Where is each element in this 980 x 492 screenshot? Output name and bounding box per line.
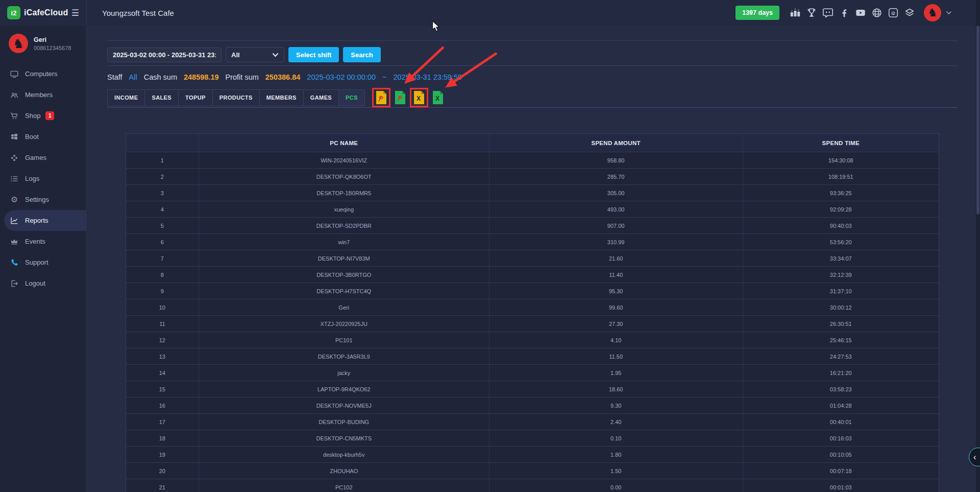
export-pdf-yellow-button[interactable]: [375, 90, 387, 105]
tab-pcs[interactable]: PCS: [338, 89, 365, 106]
pc-name-cell: DESKTOP-H7STC4Q: [199, 283, 489, 299]
sidebar-item-label: Settings: [25, 196, 49, 203]
report-tabs: INCOME SALES TOPUP PRODUCTS MEMBERS GAME…: [107, 88, 958, 107]
cart-icon: [10, 111, 19, 121]
sidebar-item-events[interactable]: Events: [0, 231, 86, 252]
spend-time-cell: 16:21:20: [743, 365, 939, 381]
divider: [107, 65, 958, 66]
spend-amount-cell: 1.80: [489, 447, 743, 462]
sidebar-item-label: Logs: [25, 175, 39, 182]
user-phone: 008612345678: [34, 45, 71, 51]
row-index-cell: 8: [126, 267, 199, 283]
profile-avatar[interactable]: ♞: [924, 4, 941, 21]
sidebar-item-support[interactable]: Support: [0, 252, 86, 273]
select-shift-button[interactable]: Select shift: [288, 47, 339, 62]
chevron-down-icon[interactable]: [946, 11, 952, 15]
user-block[interactable]: ♞ Geri 008612345678: [0, 34, 86, 60]
sidebar-item-shop[interactable]: Shop 1: [0, 105, 86, 126]
table-row: 9 DESKTOP-H7STC4Q 95.30 31:37:10: [126, 283, 939, 299]
table-row: 5 DESKTOP-SD2PDBR 907.00 90:40:03: [126, 217, 939, 233]
pc-name-cell: desktop-kburh5v: [199, 447, 489, 462]
row-index-cell: 16: [126, 397, 199, 413]
sidebar-item-logout[interactable]: Logout: [0, 273, 86, 294]
topbar-right: 1397 days i2 ♞: [736, 4, 952, 21]
export-excel-green-button[interactable]: X: [432, 90, 444, 105]
discord-icon[interactable]: [822, 7, 834, 19]
spend-amount-cell: 305.00: [489, 185, 743, 201]
spend-amount-cell: 21.60: [489, 250, 743, 266]
main-content: All Select shift Search Staff All Cash s…: [87, 26, 980, 492]
sidebar-item-games[interactable]: Games: [0, 147, 86, 168]
tab-topup[interactable]: TOPUP: [178, 89, 213, 106]
table-row: 10 Geri 99.60 30:00:12: [126, 299, 939, 315]
table-row: 14 jacky 1.95 16:21:20: [126, 364, 939, 381]
row-index-cell: 19: [126, 447, 199, 462]
spend-amount-cell: 1.50: [489, 463, 743, 479]
license-days-badge[interactable]: 1397 days: [736, 6, 779, 20]
spend-time-cell: 03:58:23: [743, 381, 939, 397]
sidebar-item-label: Logout: [25, 279, 45, 287]
users-icon: [10, 90, 19, 100]
ranking-icon[interactable]: [789, 7, 801, 19]
facebook-icon[interactable]: [838, 7, 850, 19]
table-row: 4 xueqing 493.00 92:09:28: [126, 201, 939, 217]
filter-bar: All Select shift Search: [107, 47, 958, 62]
globe-icon[interactable]: [871, 7, 883, 19]
tab-sales[interactable]: SALES: [144, 89, 179, 106]
table-row: 11 XTZJ-20220925JU 27.30 26:30:51: [126, 315, 939, 332]
tab-games[interactable]: GAMES: [303, 89, 339, 106]
youtube-icon[interactable]: [854, 7, 866, 19]
spend-amount-cell: 4.10: [489, 332, 743, 348]
sidebar-body: ♞ Geri 008612345678 Computers Members: [0, 26, 86, 492]
header-pc-name: PC NAME: [199, 134, 489, 152]
sidebar-item-boot[interactable]: Boot: [0, 126, 86, 147]
staff-select[interactable]: All: [226, 47, 284, 62]
pc-name-cell: LAPTOP-9R4QKO62: [199, 381, 489, 397]
period-start: 2025-03-02 00:00:00: [307, 73, 376, 81]
spend-amount-cell: 11.40: [489, 267, 743, 283]
period-separator: ~: [382, 73, 386, 81]
tab-income[interactable]: INCOME: [107, 89, 145, 106]
sidebar-item-label: Members: [25, 91, 53, 99]
scrollbar-track[interactable]: [976, 0, 980, 492]
hamburger-menu-icon[interactable]: ☰: [71, 8, 79, 18]
row-index-cell: 13: [126, 348, 199, 364]
sidebar-item-reports[interactable]: Reports: [4, 210, 86, 231]
staff-select-value: All: [231, 51, 240, 59]
sidebar-item-label: Computers: [25, 70, 58, 78]
sidebar-item-computers[interactable]: Computers: [0, 63, 86, 84]
report-panel: PC NAME SPEND AMOUNT SPEND TIME 1 WIN-20…: [107, 107, 958, 492]
shop-count-badge: 1: [45, 111, 54, 120]
period-end: 2025-03-31 23:59:59: [393, 73, 462, 81]
spend-time-cell: 90:40:03: [743, 218, 939, 233]
export-excel-yellow-button[interactable]: X: [413, 90, 425, 105]
svg-text:X: X: [435, 95, 439, 102]
sidebar-item-members[interactable]: Members: [0, 84, 86, 105]
tab-products[interactable]: PRODUCTS: [212, 89, 260, 106]
spend-amount-cell: 285.70: [489, 169, 743, 184]
spend-amount-cell: 11.50: [489, 348, 743, 364]
highlight-box: X: [410, 88, 428, 107]
spend-time-cell: 00:16:03: [743, 430, 939, 446]
search-button[interactable]: Search: [343, 47, 380, 62]
staff-value[interactable]: All: [129, 73, 137, 81]
trophy-icon[interactable]: [805, 7, 817, 19]
spend-time-cell: 93:36:25: [743, 185, 939, 201]
spend-time-cell: 25:46:15: [743, 332, 939, 348]
row-index-cell: 7: [126, 250, 199, 266]
pc-name-cell: PC101: [199, 332, 489, 348]
export-pdf-green-button[interactable]: [394, 90, 406, 105]
spend-amount-cell: 0.10: [489, 430, 743, 446]
date-range-input[interactable]: [107, 48, 222, 62]
spend-time-cell: 32:12:39: [743, 267, 939, 283]
row-index-cell: 1: [126, 152, 199, 168]
tab-members[interactable]: MEMBERS: [259, 89, 304, 106]
table-row: 6 win7 310.99 53:56:20: [126, 233, 939, 250]
sidebar-item-logs[interactable]: Logs: [0, 168, 86, 189]
sidebar-item-settings[interactable]: ⚙ Settings: [0, 189, 86, 210]
table-row: 12 PC101 4.10 25:46:15: [126, 332, 939, 348]
scrollbar-thumb[interactable]: [976, 26, 979, 215]
icafecloud-icon[interactable]: i2: [887, 7, 899, 19]
sidebar-item-label: Shop: [25, 112, 40, 120]
layers-icon[interactable]: [903, 7, 915, 19]
